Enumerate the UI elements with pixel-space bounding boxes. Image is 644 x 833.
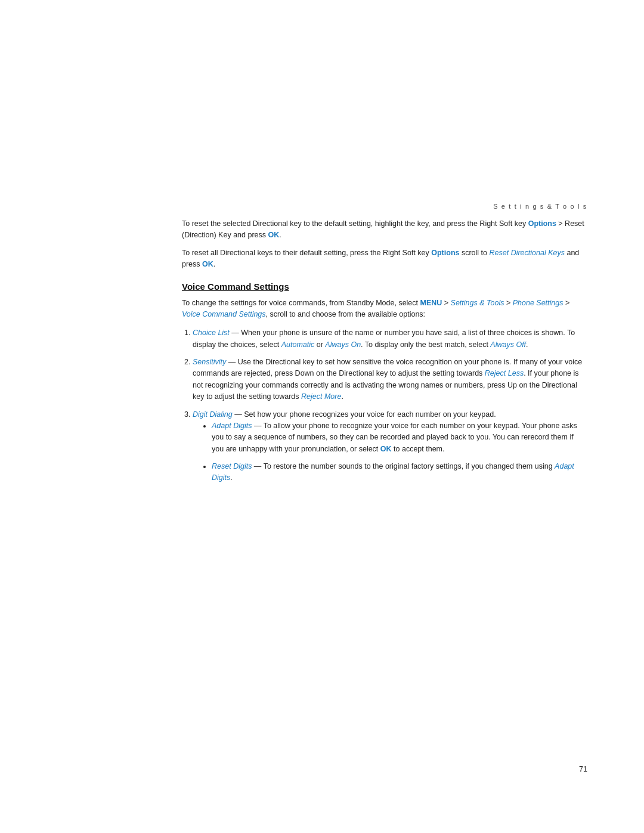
- intro-para-2: To reset all Directional keys to their d…: [182, 247, 587, 271]
- settings-tools-link[interactable]: Settings & Tools: [451, 299, 504, 307]
- item3-text: Set how your phone recognizes your voice…: [244, 410, 496, 419]
- item1-end: .: [526, 340, 528, 349]
- phone-settings-link[interactable]: Phone Settings: [513, 299, 564, 307]
- voice-command-settings-title: Voice Command Settings: [182, 281, 587, 292]
- sensitivity-link[interactable]: Sensitivity: [193, 358, 226, 366]
- subitem-reset-digits: Reset Digits — To restore the number sou…: [212, 461, 587, 484]
- list-item-choice-list: Choice List — When your phone is unsure …: [193, 327, 587, 351]
- section-label: S e t t i n g s & T o o l s: [493, 203, 587, 210]
- item1-cont: . To display only the best match, select: [361, 340, 490, 349]
- reject-more-link[interactable]: Reject More: [301, 392, 341, 401]
- item1-or: or: [314, 340, 325, 349]
- choice-list-link[interactable]: Choice List: [193, 329, 230, 337]
- intro-para2-text: To reset all Directional keys to their d…: [182, 249, 431, 257]
- subitem-adapt-digits: Adapt Digits — To allow your phone to re…: [212, 420, 587, 455]
- subitem1-cont: to accept them.: [392, 445, 445, 453]
- item2-dash: —: [226, 358, 237, 366]
- intro-ok2-bold: OK: [202, 260, 213, 268]
- page-container: S e t t i n g s & T o o l s To reset the…: [0, 0, 644, 833]
- always-off-link[interactable]: Always Off: [490, 340, 526, 349]
- subitem2-dash: —: [252, 462, 263, 470]
- content-area: S e t t i n g s & T o o l s To reset the…: [182, 203, 587, 490]
- adapt-digits-link[interactable]: Adapt Digits: [212, 422, 252, 430]
- automatic-link[interactable]: Automatic: [281, 340, 315, 349]
- digit-dialing-sublist: Adapt Digits — To allow your phone to re…: [212, 420, 587, 484]
- item1-dash: —: [230, 329, 241, 337]
- always-on-link[interactable]: Always On: [325, 340, 361, 349]
- settings-list: Choice List — When your phone is unsure …: [193, 327, 587, 484]
- page-number: 71: [579, 765, 587, 773]
- section-intro-para: To change the settings for voice command…: [182, 298, 587, 321]
- reject-less-link[interactable]: Reject Less: [485, 369, 524, 377]
- section-intro-pre: To change the settings for voice command…: [182, 299, 420, 307]
- intro-para1-end: .: [279, 231, 281, 239]
- item3-dash: —: [233, 410, 244, 419]
- subitem2-end: .: [230, 473, 232, 482]
- subitem2-text: To restore the number sounds to the orig…: [264, 462, 555, 470]
- intro-options-bold: Options: [528, 219, 556, 228]
- reset-directional-keys-link[interactable]: Reset Directional Keys: [490, 249, 565, 257]
- subitem1-dash: —: [252, 422, 263, 430]
- section-header: S e t t i n g s & T o o l s: [182, 203, 587, 210]
- section-intro-end: , scroll to and choose from the availabl…: [266, 310, 426, 318]
- item2-end: .: [341, 392, 343, 401]
- ok-bold-link[interactable]: OK: [380, 445, 392, 453]
- reset-digits-link[interactable]: Reset Digits: [212, 462, 252, 470]
- menu-bold: MENU: [420, 299, 442, 307]
- list-item-sensitivity: Sensitivity — Use the Directional key to…: [193, 357, 587, 403]
- intro-para-1: To reset the selected Directional key to…: [182, 218, 587, 241]
- list-item-digit-dialing: Digit Dialing — Set how your phone recog…: [193, 409, 587, 484]
- section-sep1: >: [442, 299, 450, 307]
- voice-command-settings-link[interactable]: Voice Command Settings: [182, 310, 266, 318]
- section-sep3: >: [564, 299, 570, 307]
- intro-ok1-bold: OK: [268, 231, 280, 239]
- intro-para2-end: .: [213, 260, 215, 268]
- intro-para2-cont: scroll to: [459, 249, 489, 257]
- intro-para1-text: To reset the selected Directional key to…: [182, 219, 528, 228]
- intro-options2-bold: Options: [431, 249, 459, 257]
- section-sep2: >: [504, 299, 512, 307]
- digit-dialing-link[interactable]: Digit Dialing: [193, 410, 233, 419]
